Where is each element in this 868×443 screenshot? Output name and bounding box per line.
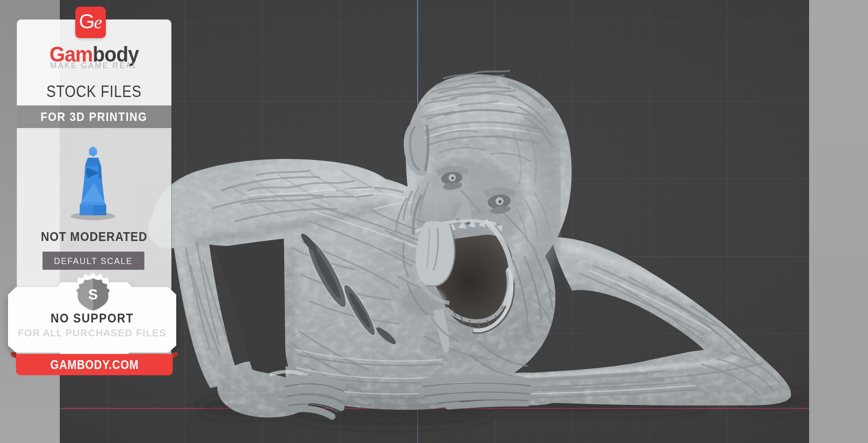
- svg-text:S: S: [88, 286, 98, 303]
